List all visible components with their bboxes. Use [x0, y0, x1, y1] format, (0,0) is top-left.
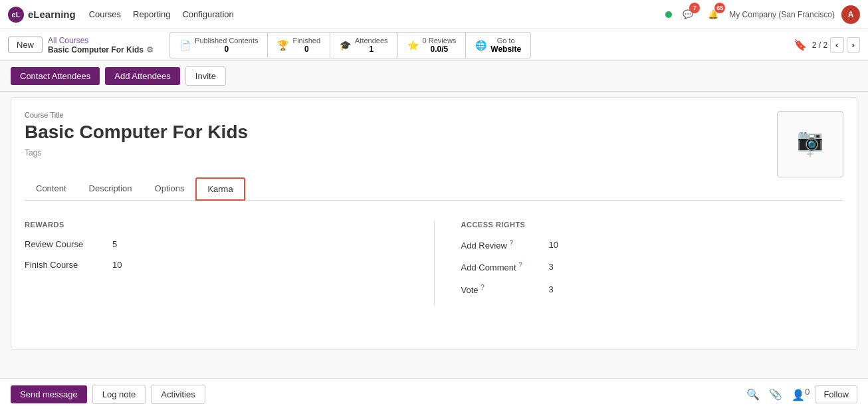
vote-help-icon[interactable]: ?	[481, 284, 485, 291]
finished-stat[interactable]: 🏆 Finished 0	[268, 32, 330, 58]
app-logo[interactable]: eL eLearning	[8, 7, 76, 23]
messages-badge: 7	[689, 3, 700, 13]
action-bar: Contact Attendees Add Attendees Invite	[0, 61, 868, 92]
tabs: Content Description Options Karma	[25, 177, 843, 201]
breadcrumb-parent[interactable]: All Courses	[48, 36, 154, 45]
photo-upload[interactable]: 📷 ＋	[777, 111, 843, 177]
app-name: eLearning	[28, 9, 76, 20]
attendees-stat[interactable]: 🎓 Attendees 1	[330, 32, 398, 58]
access-rights-section: ACCESS RIGHTS Add Review ? 10 Add Commen…	[461, 221, 844, 306]
karma-divider	[434, 221, 435, 306]
invite-button[interactable]: Invite	[185, 66, 226, 86]
tab-karma[interactable]: Karma	[195, 177, 245, 201]
logo-icon: eL	[8, 7, 24, 23]
contact-attendees-button[interactable]: Contact Attendees	[11, 67, 100, 85]
notifications-button[interactable]: 🔔 65	[704, 5, 722, 24]
add-comment-row: Add Comment ? 3	[461, 261, 844, 272]
reviews-label: 0 Reviews	[423, 37, 457, 45]
course-title-label: Course Title	[25, 111, 764, 119]
add-review-row: Add Review ? 10	[461, 239, 844, 251]
goto-website-stat[interactable]: 🌐 Go to Website	[466, 32, 531, 58]
finished-label: Finished	[292, 37, 320, 45]
add-review-label: Add Review ?	[461, 239, 541, 251]
user-avatar[interactable]: A	[841, 5, 860, 24]
finish-course-label: Finish Course	[25, 260, 104, 270]
nav-items: Courses Reporting Configuration	[89, 7, 234, 22]
online-indicator	[665, 11, 672, 18]
published-contents-stat[interactable]: 📄 Published Contents 0	[169, 32, 268, 58]
karma-content: REWARDS Review Course 5 Finish Course 10…	[25, 214, 843, 312]
published-label: Published Contents	[195, 37, 258, 45]
add-review-help-icon[interactable]: ?	[509, 239, 513, 247]
toolbar: New All Courses Basic Computer For Kids …	[0, 29, 868, 61]
vote-label: Vote ?	[461, 284, 541, 295]
breadcrumb-current: Basic Computer For Kids	[48, 45, 144, 54]
attendees-label: Attendees	[355, 37, 388, 45]
finished-value: 0	[292, 45, 320, 54]
review-course-value[interactable]: 5	[112, 239, 117, 249]
goto-label: Go to	[490, 37, 521, 45]
course-title-value: Basic Computer For Kids	[25, 122, 764, 143]
tab-options[interactable]: Options	[144, 177, 196, 201]
globe-icon: 🌐	[475, 40, 487, 51]
prev-page-button[interactable]: ‹	[830, 37, 843, 52]
review-course-row: Review Course 5	[25, 239, 407, 249]
trophy-icon: 🏆	[277, 40, 288, 51]
vote-row: Vote ? 3	[461, 284, 844, 295]
top-nav: eL eLearning Courses Reporting Configura…	[0, 0, 868, 29]
pagination-text: 2 / 2	[812, 41, 827, 50]
document-icon: 📄	[179, 40, 191, 51]
reviews-value: 0.0/5	[423, 45, 457, 54]
nav-courses[interactable]: Courses	[89, 7, 121, 22]
add-comment-label: Add Comment ?	[461, 261, 541, 272]
rewards-section: REWARDS Review Course 5 Finish Course 10	[25, 221, 407, 306]
access-rights-title: ACCESS RIGHTS	[461, 221, 844, 229]
next-page-button[interactable]: ›	[847, 37, 860, 52]
bookmark-icon[interactable]: 🔖	[794, 39, 807, 51]
notifications-badge: 65	[714, 3, 725, 13]
finish-course-value[interactable]: 10	[112, 260, 122, 270]
new-button[interactable]: New	[8, 37, 43, 53]
website-label: Website	[490, 45, 521, 54]
review-course-label: Review Course	[25, 239, 104, 249]
nav-icons: 💬 7 🔔 65 My Company (San Francisco) A	[665, 5, 860, 24]
add-attendees-button[interactable]: Add Attendees	[105, 67, 180, 85]
breadcrumb: All Courses Basic Computer For Kids ⚙	[48, 36, 154, 54]
published-value: 0	[195, 45, 258, 54]
add-review-value[interactable]: 10	[549, 240, 558, 250]
finish-course-row: Finish Course 10	[25, 260, 407, 270]
add-comment-help-icon[interactable]: ?	[518, 261, 522, 268]
nav-reporting[interactable]: Reporting	[133, 7, 170, 22]
vote-value[interactable]: 3	[549, 284, 554, 294]
tab-content[interactable]: Content	[25, 177, 78, 201]
add-comment-value[interactable]: 3	[549, 262, 554, 272]
main-content: Course Title Basic Computer For Kids Tag…	[11, 97, 857, 350]
company-name: My Company (San Francisco)	[729, 10, 835, 19]
reviews-stat[interactable]: ⭐ 0 Reviews 0.0/5	[398, 32, 467, 58]
rewards-title: REWARDS	[25, 221, 407, 229]
pagination: 2 / 2 ‹ ›	[812, 37, 860, 52]
star-icon: ⭐	[407, 40, 419, 51]
tags-label: Tags	[25, 148, 764, 157]
graduate-icon: 🎓	[340, 40, 351, 51]
attendees-value: 1	[355, 45, 388, 54]
tab-description[interactable]: Description	[78, 177, 144, 201]
settings-icon[interactable]: ⚙	[146, 45, 154, 54]
messages-button[interactable]: 💬 7	[679, 5, 697, 24]
add-photo-icon: ＋	[804, 146, 816, 161]
stat-buttons: 📄 Published Contents 0 🏆 Finished 0 🎓 At…	[169, 32, 531, 58]
nav-configuration[interactable]: Configuration	[182, 7, 233, 22]
